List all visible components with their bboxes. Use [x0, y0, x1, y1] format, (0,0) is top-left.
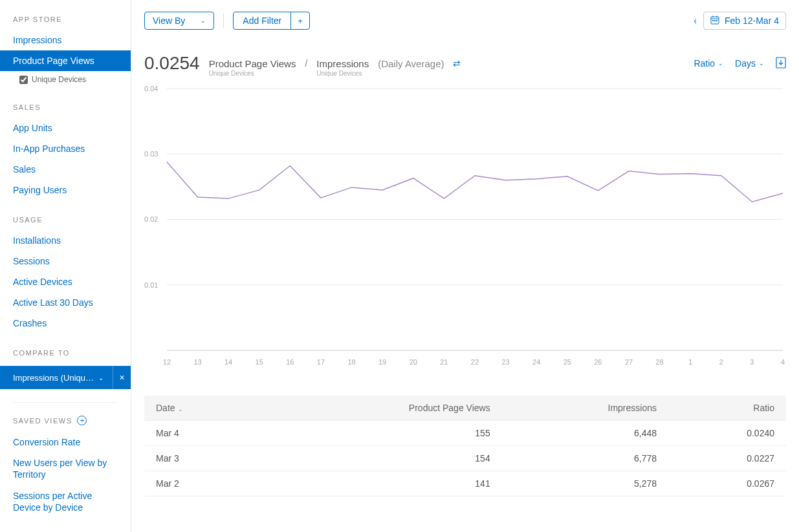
svg-text:28: 28 [655, 358, 663, 366]
section-header-saved-views: SAVED VIEWS [13, 417, 72, 425]
plus-icon: + [290, 12, 309, 29]
unique-devices-label: Unique Devices [32, 75, 86, 84]
view-by-label: View By [153, 16, 185, 26]
sidebar-item-active-last-30[interactable]: Active Last 30 Days [0, 292, 131, 313]
sidebar-item-sales[interactable]: Sales [0, 159, 131, 180]
main-content: View By ⌄ Add Filter + ‹ Feb 12-Mar 4 0.… [131, 0, 799, 532]
cell-imp: 5,278 [502, 471, 668, 496]
sidebar-item-app-units[interactable]: App Units [0, 118, 131, 138]
svg-text:20: 20 [410, 358, 417, 366]
ratio-dropdown[interactable]: Ratio ⌄ [694, 58, 723, 69]
table-row: Mar 31546,7780.0227 [144, 446, 786, 471]
svg-text:23: 23 [501, 358, 509, 366]
svg-text:17: 17 [317, 358, 325, 366]
section-header-compare: COMPARE TO [0, 345, 131, 363]
headline-value: 0.0254 [144, 53, 200, 74]
chevron-down-icon: ⌄ [201, 17, 206, 24]
cell-ppv: 154 [260, 446, 502, 471]
svg-text:4: 4 [781, 358, 785, 366]
cell-ppv: 155 [260, 421, 502, 446]
chart: 0.010.020.030.04121314151617181920212223… [144, 85, 786, 370]
svg-text:14: 14 [224, 358, 232, 366]
chevron-down-icon: ⌄ [98, 374, 104, 381]
sidebar: APP STORE Impressions Product Page Views… [0, 0, 131, 532]
svg-rect-5 [714, 20, 716, 21]
cell-date: Mar 2 [144, 471, 260, 496]
sidebar-item-active-devices[interactable]: Active Devices [0, 271, 131, 292]
calendar-icon [710, 16, 719, 27]
svg-text:1: 1 [688, 358, 692, 366]
metric-a-sub: Unique Devices [209, 70, 254, 77]
toolbar: View By ⌄ Add Filter + ‹ Feb 12-Mar 4 [144, 12, 786, 30]
metric-a-name: Product Page Views [209, 58, 296, 69]
svg-text:3: 3 [750, 358, 754, 366]
cell-date: Mar 3 [144, 446, 260, 471]
col-impressions[interactable]: Impressions [502, 396, 668, 421]
svg-text:0.03: 0.03 [144, 150, 158, 158]
saved-view-sessions-per-active-device[interactable]: Sessions per Active Device by Device [0, 485, 131, 518]
cell-ratio: 0.0267 [668, 471, 786, 496]
svg-text:19: 19 [378, 358, 386, 366]
saved-view-conversion-rate[interactable]: Conversion Rate [0, 432, 131, 452]
svg-rect-6 [716, 20, 717, 21]
svg-text:13: 13 [193, 358, 201, 366]
svg-text:25: 25 [564, 358, 571, 366]
unique-devices-checkbox[interactable] [19, 76, 28, 84]
compare-to-selector[interactable]: Impressions (Unique… ⌄ × [0, 366, 131, 389]
metric-b: Impressions Unique Devices [316, 58, 369, 69]
sort-icon: ⌄ [178, 406, 183, 412]
col-ppv[interactable]: Product Page Views [260, 396, 502, 421]
sidebar-item-sessions[interactable]: Sessions [0, 251, 131, 271]
cell-imp: 6,778 [502, 446, 668, 471]
svg-text:22: 22 [471, 358, 479, 366]
sidebar-item-installations[interactable]: Installations [0, 230, 131, 251]
cell-imp: 6,448 [502, 421, 668, 446]
ratio-label: Ratio [694, 58, 715, 69]
days-dropdown[interactable]: Days ⌄ [735, 58, 764, 69]
sidebar-item-product-page-views[interactable]: Product Page Views [0, 50, 131, 71]
sidebar-item-paying-users[interactable]: Paying Users [0, 180, 131, 200]
metric-b-name: Impressions [316, 58, 369, 69]
section-header-app-store: APP STORE [0, 12, 131, 30]
cell-ppv: 141 [260, 471, 502, 496]
table-header-row: Date⌄ Product Page Views Impressions Rat… [144, 396, 786, 421]
download-icon[interactable] [776, 57, 786, 70]
svg-text:12: 12 [163, 358, 171, 366]
col-ratio[interactable]: Ratio [668, 396, 786, 421]
section-header-sales: SALES [0, 100, 131, 118]
headline-qualifier: (Daily Average) [378, 58, 444, 69]
divider [13, 402, 118, 403]
metric-b-sub: Unique Devices [316, 70, 362, 77]
col-date[interactable]: Date⌄ [144, 396, 260, 421]
add-filter-button[interactable]: Add Filter + [233, 12, 310, 30]
add-saved-view-button[interactable]: + [77, 416, 87, 425]
compare-to-value: Impressions (Unique… [13, 373, 98, 383]
data-table: Date⌄ Product Page Views Impressions Rat… [144, 396, 786, 496]
table-row: Mar 41556,4480.0240 [144, 421, 786, 446]
view-by-dropdown[interactable]: View By ⌄ [144, 12, 214, 30]
sidebar-item-impressions[interactable]: Impressions [0, 30, 131, 50]
svg-text:26: 26 [594, 358, 602, 366]
saved-view-new-users-per-view[interactable]: New Users per View by Territory [0, 452, 131, 485]
svg-text:24: 24 [532, 358, 540, 366]
days-label: Days [735, 58, 756, 69]
table-row: Mar 21415,2780.0267 [144, 471, 786, 496]
sidebar-sub-unique-devices[interactable]: Unique Devices [0, 71, 131, 88]
svg-text:0.02: 0.02 [144, 215, 158, 223]
date-prev-button[interactable]: ‹ [694, 16, 697, 26]
cell-date: Mar 4 [144, 421, 260, 446]
svg-text:15: 15 [256, 358, 263, 366]
sidebar-item-crashes[interactable]: Crashes [0, 313, 131, 334]
toolbar-separator [223, 14, 224, 28]
swap-icon[interactable]: ⇄ [453, 58, 461, 69]
sidebar-item-in-app-purchases[interactable]: In-App Purchases [0, 138, 131, 159]
svg-text:2: 2 [719, 358, 723, 366]
compare-to-clear[interactable]: × [113, 366, 131, 389]
section-header-usage: USAGE [0, 212, 131, 230]
chevron-down-icon: ⌄ [759, 60, 764, 67]
svg-text:18: 18 [347, 358, 355, 366]
svg-text:0.01: 0.01 [144, 281, 158, 289]
date-range-picker[interactable]: Feb 12-Mar 4 [703, 12, 786, 30]
cell-ratio: 0.0240 [668, 421, 786, 446]
add-filter-label: Add Filter [234, 16, 290, 26]
